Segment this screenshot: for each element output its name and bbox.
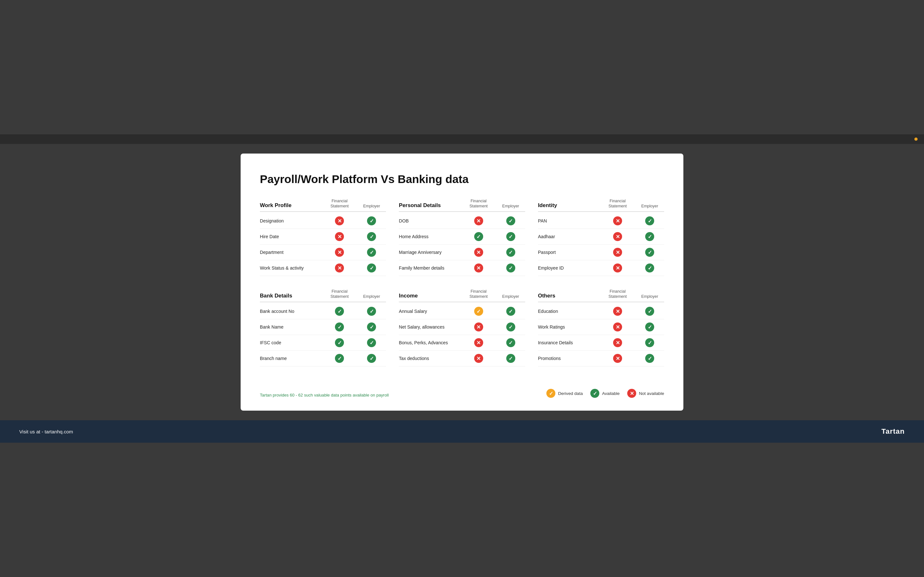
- col2-icon-cell: ✓: [357, 338, 386, 347]
- available-check-icon: ✓: [506, 216, 515, 226]
- table-row: Department ✕ ✓: [260, 245, 386, 260]
- col1-icon-cell: ✕: [600, 232, 635, 241]
- available-check-icon: ✓: [506, 307, 515, 316]
- table-row: Insurance Details ✕ ✓: [538, 335, 664, 351]
- available-check-icon: ✓: [335, 322, 344, 332]
- footer-note: Tartan provides 60 - 62 such valuable da…: [260, 393, 389, 398]
- not-available-x-icon: ✕: [474, 354, 483, 363]
- row-label: Bonus, Perks, Advances: [399, 340, 461, 345]
- col2-icon-cell: ✓: [635, 307, 664, 316]
- section-identity: Identity Financial Statement Employer PA…: [538, 198, 664, 276]
- table-row: Marriage Anniversary ✕ ✓: [399, 245, 525, 260]
- col1-icon-cell: ✕: [322, 232, 357, 241]
- available-check-icon: ✓: [367, 232, 376, 241]
- table-row: Work Ratings ✕ ✓: [538, 319, 664, 335]
- col1-icon-cell: ✓: [322, 338, 357, 347]
- row-label: Home Address: [399, 234, 461, 239]
- derived-check-icon: ✓: [474, 307, 483, 316]
- row-label: IFSC code: [260, 340, 322, 345]
- row-label: DOB: [399, 218, 461, 223]
- available-check-icon: ✓: [645, 338, 654, 347]
- available-check-icon: ✓: [645, 354, 654, 363]
- available-check-icon: ✓: [645, 248, 654, 257]
- not-available-x-icon: ✕: [474, 216, 483, 226]
- row-label: Employee ID: [538, 266, 600, 271]
- derived-icon: ✓: [546, 389, 556, 398]
- footer-brand: Tartan: [881, 427, 905, 436]
- not-available-x-icon: ✕: [335, 232, 344, 241]
- available-check-icon: ✓: [645, 307, 654, 316]
- col1-label-personal-details: Financial Statement: [461, 198, 496, 209]
- col2-icon-cell: ✓: [496, 338, 525, 347]
- row-label: Branch name: [260, 356, 322, 361]
- not-available-x-icon: ✕: [613, 338, 622, 347]
- table-row: Bank Name ✓ ✓: [260, 319, 386, 335]
- col1-icon-cell: ✕: [461, 216, 496, 226]
- row-label: Passport: [538, 250, 600, 255]
- col2-icon-cell: ✓: [635, 232, 664, 241]
- section-name-others: Others: [538, 293, 600, 299]
- table-row: DOB ✕ ✓: [399, 213, 525, 229]
- not-available-x-icon: ✕: [474, 248, 483, 257]
- col2-icon-cell: ✓: [496, 216, 525, 226]
- available-check-icon: ✓: [367, 322, 376, 332]
- not-available-x-icon: ✕: [474, 263, 483, 272]
- available-check-icon: ✓: [506, 338, 515, 347]
- available-check-icon: ✓: [335, 354, 344, 363]
- col2-label-identity: Employer: [635, 203, 664, 209]
- available-check-icon: ✓: [367, 307, 376, 316]
- col2-icon-cell: ✓: [496, 307, 525, 316]
- table-row: Passport ✕ ✓: [538, 245, 664, 260]
- col1-label-work-profile: Financial Statement: [322, 198, 357, 209]
- available-check-icon: ✓: [645, 232, 654, 241]
- col1-icon-cell: ✕: [461, 354, 496, 363]
- table-row: Bank account No ✓ ✓: [260, 303, 386, 319]
- row-label: Tax deductions: [399, 356, 461, 361]
- row-label: Work Status & activity: [260, 266, 322, 271]
- col1-icon-cell: ✓: [461, 232, 496, 241]
- col1-icon-cell: ✕: [600, 338, 635, 347]
- col1-label-bank-details: Financial Statement: [322, 289, 357, 299]
- section-income: Income Financial Statement Employer Annu…: [399, 289, 525, 366]
- available-check-icon: ✓: [474, 232, 483, 241]
- section-header-personal-details: Personal Details Financial Statement Emp…: [399, 198, 525, 212]
- available-check-icon: ✓: [367, 216, 376, 226]
- row-label: Net Salary, allowances: [399, 324, 461, 330]
- available-check-icon: ✓: [506, 232, 515, 241]
- col2-icon-cell: ✓: [357, 322, 386, 332]
- not-available-x-icon: ✕: [613, 322, 622, 332]
- section-name-income: Income: [399, 293, 461, 299]
- col2-label-bank-details: Employer: [357, 294, 386, 299]
- col1-icon-cell: ✕: [600, 307, 635, 316]
- available-check-icon: ✓: [645, 263, 654, 272]
- available-check-icon: ✓: [335, 307, 344, 316]
- table-row: Annual Salary ✓ ✓: [399, 303, 525, 319]
- col2-icon-cell: ✓: [635, 263, 664, 272]
- section-bank-details: Bank Details Financial Statement Employe…: [260, 289, 386, 366]
- col1-icon-cell: ✕: [461, 263, 496, 272]
- not-available-x-icon: ✕: [474, 338, 483, 347]
- available-check-icon: ✓: [367, 338, 376, 347]
- row-label: Insurance Details: [538, 340, 600, 345]
- col1-icon-cell: ✓: [322, 354, 357, 363]
- col1-icon-cell: ✕: [461, 322, 496, 332]
- not-available-x-icon: ✕: [613, 307, 622, 316]
- row-label: Education: [538, 309, 600, 314]
- available-icon: ✓: [590, 389, 599, 398]
- available-check-icon: ✓: [367, 354, 376, 363]
- col1-icon-cell: ✕: [322, 216, 357, 226]
- table-row: Designation ✕ ✓: [260, 213, 386, 229]
- row-label: Work Ratings: [538, 324, 600, 330]
- legend-derived-label: Derived data: [558, 391, 583, 396]
- section-work-profile: Work Profile Financial Statement Employe…: [260, 198, 386, 276]
- col2-icon-cell: ✓: [357, 354, 386, 363]
- col2-icon-cell: ✓: [357, 307, 386, 316]
- footer-visit: Visit us at - tartanhq.com: [19, 429, 73, 434]
- col1-icon-cell: ✕: [600, 216, 635, 226]
- section-name-identity: Identity: [538, 202, 600, 209]
- section-personal-details: Personal Details Financial Statement Emp…: [399, 198, 525, 276]
- table-row: Home Address ✓ ✓: [399, 229, 525, 245]
- col2-icon-cell: ✓: [496, 263, 525, 272]
- col1-icon-cell: ✓: [322, 322, 357, 332]
- section-header-bank-details: Bank Details Financial Statement Employe…: [260, 289, 386, 302]
